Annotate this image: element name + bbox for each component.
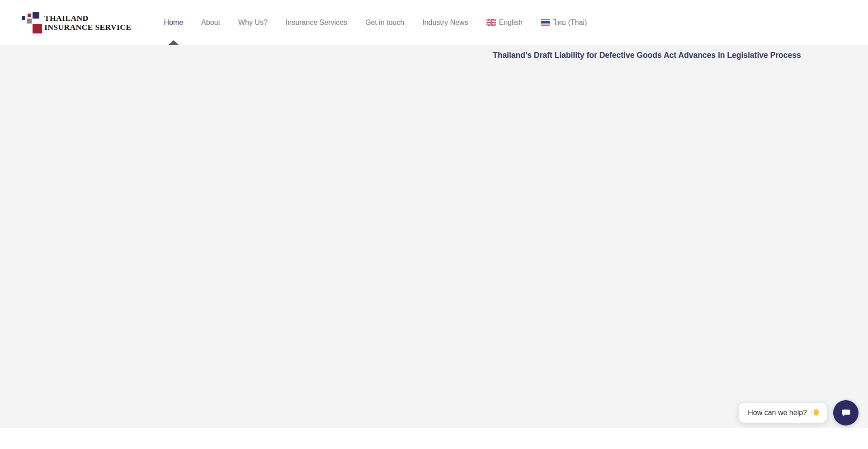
bottom-strip <box>0 428 868 449</box>
chat-greeting-bubble[interactable]: How can we help? <box>739 403 827 423</box>
chat-bubble-icon <box>840 407 852 419</box>
chat-launcher-button[interactable] <box>833 400 859 425</box>
logo-square-navy-large <box>33 12 39 19</box>
nav-lang-english-label: English <box>499 19 523 27</box>
nav-item-get-in-touch[interactable]: Get in touch <box>365 0 404 45</box>
waving-hand-icon <box>811 408 820 417</box>
chat-widget: How can we help? <box>739 400 859 425</box>
brand-name-line2: INSURANCE SERVICE <box>44 23 131 32</box>
nav-item-industry-news[interactable]: Industry News <box>422 0 468 45</box>
uk-flag-icon <box>486 19 496 26</box>
thailand-flag-icon <box>541 19 550 26</box>
nav-item-about[interactable]: About <box>201 0 220 45</box>
nav-item-about-label: About <box>201 19 220 27</box>
logo-squares-icon <box>21 11 43 34</box>
logo-square-red-small <box>28 14 31 17</box>
active-tab-arrow-icon <box>169 40 179 45</box>
nav-lang-english[interactable]: English <box>486 0 523 45</box>
logo-square-navy-small <box>22 16 25 20</box>
page-content: Thailand’s Draft Liability for Defective… <box>0 45 868 428</box>
nav-item-insurance-services-label: Insurance Services <box>286 19 347 27</box>
logo-square-red-large <box>33 24 42 33</box>
news-headline-link[interactable]: Thailand’s Draft Liability for Defective… <box>493 51 801 60</box>
nav-item-industry-news-label: Industry News <box>422 19 468 27</box>
nav-item-home[interactable]: Home <box>164 0 183 45</box>
main-nav: Home About Why Us? Insurance Services Ge… <box>164 0 587 45</box>
nav-lang-thai[interactable]: ไทย (Thai) <box>541 0 587 45</box>
site-header: THAILAND INSURANCE SERVICE Home About Wh… <box>0 0 868 45</box>
nav-item-why-us-label: Why Us? <box>238 19 268 27</box>
nav-item-why-us[interactable]: Why Us? <box>238 0 268 45</box>
nav-item-home-label: Home <box>164 19 183 27</box>
brand-name-line1: THAILAND <box>44 14 131 23</box>
site-logo[interactable]: THAILAND INSURANCE SERVICE <box>21 11 131 34</box>
nav-lang-thai-label: ไทย (Thai) <box>553 17 587 28</box>
logo-square-gray <box>27 19 32 24</box>
nav-item-insurance-services[interactable]: Insurance Services <box>286 0 347 45</box>
brand-name: THAILAND INSURANCE SERVICE <box>44 14 131 32</box>
chat-greeting-text: How can we help? <box>748 409 807 417</box>
nav-item-get-in-touch-label: Get in touch <box>365 19 404 27</box>
